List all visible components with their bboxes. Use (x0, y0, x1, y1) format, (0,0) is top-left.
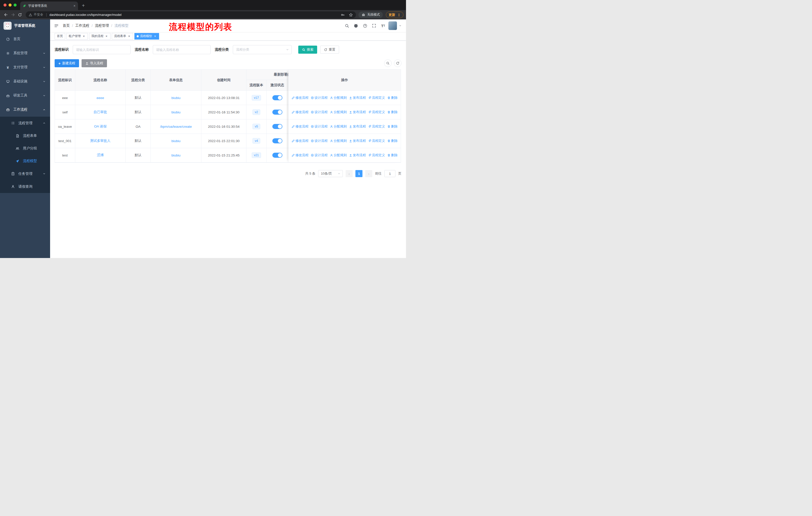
prev-page-button[interactable]: ‹ (346, 170, 353, 177)
window-zoom-button[interactable] (13, 3, 17, 6)
process-definition-action[interactable]: 流程定义 (368, 139, 385, 143)
modify-process-action[interactable]: 修改流程 (292, 110, 309, 114)
close-icon[interactable]: × (105, 34, 108, 38)
close-icon[interactable]: × (127, 34, 131, 38)
modify-process-action[interactable]: 修改流程 (292, 96, 309, 100)
delete-action[interactable]: 删除 (387, 139, 398, 143)
forward-button[interactable] (9, 11, 16, 18)
publish-process-action[interactable]: 发布流程 (349, 110, 366, 114)
github-icon[interactable] (352, 22, 360, 29)
modify-process-action[interactable]: 修改流程 (292, 124, 309, 129)
process-name-link[interactable]: OA 请假 (94, 124, 107, 129)
active-status-toggle[interactable] (272, 124, 283, 129)
page-number-button[interactable]: 1 (355, 170, 362, 177)
delete-action[interactable]: 删除 (387, 153, 398, 158)
form-info-link[interactable]: biubiu (171, 154, 180, 157)
sidebar-item-dev-tools[interactable]: 研发工具 (0, 88, 50, 103)
sidebar-collapse-button[interactable] (50, 23, 63, 28)
browser-tab[interactable]: 芋道管理系统 × (20, 1, 78, 10)
new-tab-button[interactable]: + (80, 2, 87, 9)
breadcrumb-home[interactable]: 首页 (63, 23, 70, 28)
window-close-button[interactable] (3, 3, 6, 6)
password-key-icon[interactable] (341, 13, 345, 17)
form-info-link[interactable]: biubiu (171, 96, 180, 100)
publish-process-action[interactable]: 发布流程 (349, 124, 366, 129)
sidebar-item-leave-query[interactable]: 请假查询 (0, 180, 50, 193)
process-name-link[interactable]: 测试多审批人 (90, 139, 111, 143)
security-warning-icon[interactable] (29, 13, 32, 17)
next-page-button[interactable]: › (365, 170, 372, 177)
breadcrumb-process-management[interactable]: 流程管理 (95, 23, 109, 28)
process-definition-action[interactable]: 流程定义 (368, 153, 385, 158)
refresh-table-button[interactable] (394, 59, 402, 67)
design-process-action[interactable]: 设计流程 (311, 124, 328, 129)
sidebar-item-process-form[interactable]: 流程表单 (0, 130, 50, 142)
toggle-search-button[interactable] (384, 59, 392, 67)
process-name-link[interactable]: 滔博 (97, 153, 104, 158)
tag-tenant-management[interactable]: 租户管理 × (66, 33, 88, 39)
sidebar-item-payment[interactable]: ¥ 支付管理 (0, 60, 50, 74)
breadcrumb-workflow[interactable]: 工作流程 (75, 23, 89, 28)
help-icon[interactable] (361, 22, 369, 29)
sidebar-item-user-group[interactable]: 用户分组 (0, 142, 50, 155)
assign-rule-action[interactable]: 分配规则 (330, 96, 347, 100)
assign-rule-action[interactable]: 分配规则 (330, 110, 347, 114)
fullscreen-icon[interactable] (370, 22, 378, 29)
design-process-action[interactable]: 设计流程 (311, 139, 328, 143)
bookmark-star-icon[interactable] (349, 13, 353, 17)
design-process-action[interactable]: 设计流程 (311, 153, 328, 158)
search-button[interactable]: 搜索 (298, 46, 317, 54)
form-info-link[interactable]: biubiu (171, 139, 180, 143)
tag-home[interactable]: 首页 (55, 33, 65, 39)
process-name-link[interactable]: 自己审批 (94, 110, 107, 114)
browser-menu-icon[interactable]: ⋮ (397, 13, 401, 17)
url-bar[interactable]: 不安全 dashboard.yudao.iocoder.cn/bpm/manag… (26, 11, 356, 18)
delete-action[interactable]: 删除 (387, 110, 398, 114)
browser-update-button[interactable]: 更新 ⋮ (386, 11, 404, 18)
font-size-icon[interactable]: TT (379, 22, 387, 29)
process-key-input[interactable] (73, 45, 130, 54)
delete-action[interactable]: 删除 (387, 124, 398, 129)
process-definition-action[interactable]: 流程定义 (368, 96, 385, 100)
process-category-select[interactable]: 流程分类 (233, 45, 292, 54)
back-button[interactable] (2, 11, 9, 18)
sidebar-item-task-management[interactable]: 任务管理 (0, 167, 50, 180)
create-process-button[interactable]: + 新建流程 (55, 59, 79, 67)
tab-close-icon[interactable]: × (74, 4, 76, 8)
design-process-action[interactable]: 设计流程 (311, 96, 328, 100)
window-minimize-button[interactable] (8, 3, 11, 6)
publish-process-action[interactable]: 发布流程 (349, 153, 366, 158)
search-icon[interactable] (343, 22, 351, 29)
sidebar-item-system[interactable]: 系统管理 (0, 46, 50, 60)
process-definition-action[interactable]: 流程定义 (368, 110, 385, 114)
sidebar-item-process-management[interactable]: 流程管理 (0, 117, 50, 130)
modify-process-action[interactable]: 修改流程 (292, 139, 309, 143)
modify-process-action[interactable]: 修改流程 (292, 153, 309, 158)
publish-process-action[interactable]: 发布流程 (349, 96, 366, 100)
publish-process-action[interactable]: 发布流程 (349, 139, 366, 143)
assign-rule-action[interactable]: 分配规则 (330, 124, 347, 129)
tag-process-model[interactable]: 流程模型 × (135, 33, 159, 39)
goto-page-input[interactable] (384, 170, 396, 177)
page-size-select[interactable]: 10条/页 (318, 170, 343, 177)
close-icon[interactable]: × (82, 34, 86, 38)
sidebar-item-workflow[interactable]: 工作流程 (0, 103, 50, 117)
process-name-link[interactable]: eeee (96, 96, 104, 100)
active-status-toggle[interactable] (272, 153, 283, 158)
process-definition-action[interactable]: 流程定义 (368, 124, 385, 129)
assign-rule-action[interactable]: 分配规则 (330, 139, 347, 143)
form-info-link[interactable]: biubiu (171, 110, 180, 114)
active-status-toggle[interactable] (272, 110, 283, 115)
sidebar-item-home[interactable]: 首页 (0, 32, 50, 46)
active-status-toggle[interactable] (272, 95, 283, 100)
tag-process-form[interactable]: 流程表单 × (112, 33, 133, 39)
form-info-link[interactable]: /bpm/oa/leave/create (160, 125, 192, 129)
import-process-button[interactable]: 导入流程 (82, 59, 107, 67)
sidebar-item-infrastructure[interactable]: 基础设施 (0, 74, 50, 88)
design-process-action[interactable]: 设计流程 (311, 110, 328, 114)
avatar[interactable] (388, 21, 397, 30)
active-status-toggle[interactable] (272, 138, 283, 143)
reload-button[interactable] (17, 11, 23, 18)
tag-my-process[interactable]: 我的流程 × (89, 33, 111, 39)
process-name-input[interactable] (153, 45, 211, 54)
